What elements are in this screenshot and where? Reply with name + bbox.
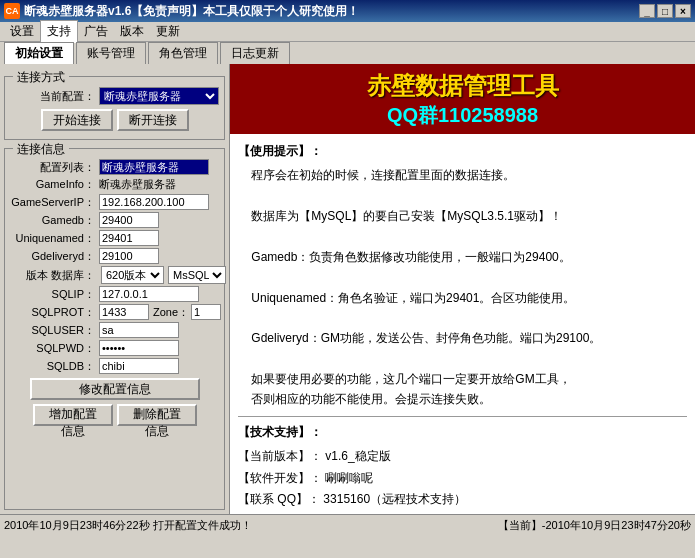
sqluser-label: SQLUSER： — [9, 323, 99, 338]
tip-3: 数据库为【MySQL】的要自己安装【MySQL3.5.1驱动】！ — [238, 206, 687, 226]
uniquenamed-label: Uniquenamed： — [9, 231, 99, 246]
sqlpwd-label: SQLPWD： — [9, 341, 99, 356]
menu-settings[interactable]: 设置 — [4, 21, 40, 42]
current-config-row: 当前配置： 断魂赤壁服务器 — [9, 87, 220, 105]
gamedb-input[interactable] — [99, 212, 159, 228]
game-server-ip-row: GameServerIP： — [9, 194, 220, 210]
disconnect-button[interactable]: 断开连接 — [117, 109, 189, 131]
config-list-input[interactable] — [99, 159, 209, 175]
sqlprot-input[interactable] — [99, 304, 149, 320]
version-row: 版本 数据库： 620版本 MsSQL库 — [9, 266, 220, 284]
sqlip-label: SQLIP： — [9, 287, 99, 302]
menu-update[interactable]: 更新 — [150, 21, 186, 42]
tech-support-content: 【当前版本】： v1.6_稳定版 【软件开发】： 唰唰嗡呢 【联系 QQ】： 3… — [238, 446, 687, 514]
version-label: 版本 数据库： — [9, 268, 99, 283]
sqlip-input[interactable] — [99, 286, 199, 302]
sqlip-row: SQLIP： — [9, 286, 220, 302]
current-config-label: 当前配置： — [9, 89, 99, 104]
minimize-button[interactable]: _ — [639, 4, 655, 18]
contact-qq: 【联系 QQ】： 3315160（远程技术支持） — [238, 489, 687, 511]
software-dev: 【软件开发】： 唰唰嗡呢 — [238, 468, 687, 490]
sqldb-label: SQLDB： — [9, 359, 99, 374]
maximize-button[interactable]: □ — [657, 4, 673, 18]
right-content: 【使用提示】： 程序会在初始的时候，连接配置里面的数据连接。 数据库为【MySQ… — [230, 134, 695, 514]
sqlprot-row: SQLPROT： Zone： — [9, 304, 220, 320]
connect-method-group: 连接方式 当前配置： 断魂赤壁服务器 开始连接 断开连接 — [4, 76, 225, 140]
menu-version[interactable]: 版本 — [114, 21, 150, 42]
config-list-row: 配置列表： — [9, 159, 220, 175]
db-type-select[interactable]: MsSQL库 — [168, 266, 226, 284]
current-config-select[interactable]: 断魂赤壁服务器 — [99, 87, 219, 105]
sqluser-input[interactable] — [99, 322, 179, 338]
current-version-value: v1.6_稳定版 — [325, 449, 390, 463]
sqlpwd-input[interactable] — [99, 340, 179, 356]
zone-label: Zone： — [153, 305, 189, 320]
title-controls: _ □ × — [639, 4, 691, 18]
tip-4 — [238, 226, 687, 246]
delete-config-button[interactable]: 删除配置信息 — [117, 404, 197, 426]
status-left: 2010年10月9日23时46分22秒 打开配置文件成功！ — [4, 518, 252, 533]
game-info-label: GameInfo： — [9, 177, 99, 192]
sqlpwd-row: SQLPWD： — [9, 340, 220, 356]
version-select[interactable]: 620版本 — [101, 266, 164, 284]
sqldb-row: SQLDB： — [9, 358, 220, 374]
tip-10 — [238, 349, 687, 369]
connect-buttons-row: 开始连接 断开连接 — [9, 109, 220, 131]
sqlprot-label: SQLPROT： — [9, 305, 99, 320]
gdeliveryd-input[interactable] — [99, 248, 159, 264]
menu-ads[interactable]: 广告 — [78, 21, 114, 42]
connect-info-group: 连接信息 配置列表： GameInfo： 断魂赤壁服务器 GameServerI… — [4, 148, 225, 510]
tab-role-management[interactable]: 角色管理 — [148, 42, 218, 64]
window-title: 断魂赤壁服务器v1.6【免责声明】本工具仅限于个人研究使用！ — [24, 3, 359, 20]
title-bar: CA 断魂赤壁服务器v1.6【免责声明】本工具仅限于个人研究使用！ _ □ × — [0, 0, 695, 22]
right-panel: 赤壁数据管理工具 QQ群110258988 【使用提示】： 程序会在初始的时候，… — [230, 64, 695, 514]
sqluser-row: SQLUSER： — [9, 322, 220, 338]
main-content: 连接方式 当前配置： 断魂赤壁服务器 开始连接 断开连接 连接信息 配置列表： — [0, 64, 695, 514]
status-right: 【当前】-2010年10月9日23时47分20秒 — [498, 518, 691, 533]
game-server-ip-input[interactable] — [99, 194, 209, 210]
uniquenamed-input[interactable] — [99, 230, 159, 246]
gdeliveryd-label: Gdeliveryd： — [9, 249, 99, 264]
app-icon: CA — [4, 3, 20, 19]
sqldb-input[interactable] — [99, 358, 179, 374]
menu-support[interactable]: 支持 — [40, 20, 78, 43]
gdeliveryd-row: Gdeliveryd： — [9, 248, 220, 264]
modify-config-row: 修改配置信息 — [9, 378, 220, 400]
tip-7: Uniquenamed：角色名验证，端口为29401。合区功能使用。 — [238, 288, 687, 308]
add-config-button[interactable]: 增加配置信息 — [33, 404, 113, 426]
chibi-qq: 【赤壁QQ群】： ①群110258988 — [238, 511, 687, 514]
game-info-value: 断魂赤壁服务器 — [99, 177, 220, 192]
tip-1: 程序会在初始的时候，连接配置里面的数据连接。 — [238, 165, 687, 185]
current-version: 【当前版本】： v1.6_稳定版 — [238, 446, 687, 468]
software-dev-label: 【软件开发】： — [238, 471, 322, 485]
connect-method-title: 连接方式 — [13, 69, 69, 86]
uniquenamed-row: Uniquenamed： — [9, 230, 220, 246]
usage-tips-content: 程序会在初始的时候，连接配置里面的数据连接。 数据库为【MySQL】的要自己安装… — [238, 165, 687, 410]
connect-info-title: 连接信息 — [13, 141, 69, 158]
contact-qq-value: 3315160（远程技术支持） — [323, 492, 466, 506]
add-delete-config-row: 增加配置信息 删除配置信息 — [9, 404, 220, 426]
menu-bar: 设置 支持 广告 版本 更新 — [0, 22, 695, 42]
tab-bar: 初始设置 账号管理 角色管理 日志更新 — [0, 42, 695, 64]
game-info-row: GameInfo： 断魂赤壁服务器 — [9, 177, 220, 192]
tab-initial-settings[interactable]: 初始设置 — [4, 42, 74, 64]
close-button[interactable]: × — [675, 4, 691, 18]
tip-9: Gdeliveryd：GM功能，发送公告、封停角色功能。端口为29100。 — [238, 328, 687, 348]
tip-5: Gamedb：负责角色数据修改功能使用，一般端口为29400。 — [238, 247, 687, 267]
usage-tips-title: 【使用提示】： — [238, 142, 687, 161]
gamedb-row: Gamedb： — [9, 212, 220, 228]
tip-6 — [238, 267, 687, 287]
connect-info-fields: 配置列表： GameInfo： 断魂赤壁服务器 GameServerIP： Ga… — [9, 159, 220, 374]
start-connect-button[interactable]: 开始连接 — [41, 109, 113, 131]
tech-title: 【技术支持】： — [238, 423, 687, 442]
gamedb-label: Gamedb： — [9, 213, 99, 228]
tip-2 — [238, 186, 687, 206]
tip-8 — [238, 308, 687, 328]
right-header: 赤壁数据管理工具 QQ群110258988 — [230, 64, 695, 134]
tab-log-update[interactable]: 日志更新 — [220, 42, 290, 64]
modify-config-button[interactable]: 修改配置信息 — [30, 378, 200, 400]
title-bar-left: CA 断魂赤壁服务器v1.6【免责声明】本工具仅限于个人研究使用！ — [4, 3, 359, 20]
tab-account-management[interactable]: 账号管理 — [76, 42, 146, 64]
zone-input[interactable] — [191, 304, 221, 320]
right-header-qq: QQ群110258988 — [387, 102, 538, 129]
